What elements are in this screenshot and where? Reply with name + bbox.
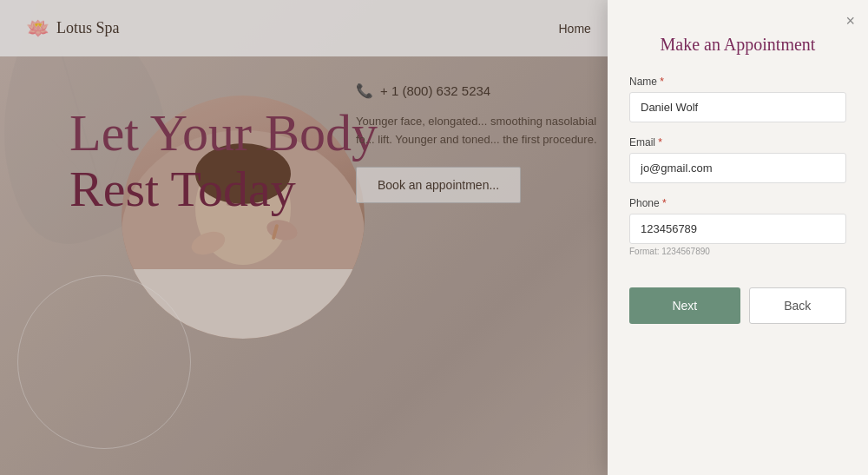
email-input[interactable] — [629, 153, 846, 183]
email-form-group: Email * — [629, 136, 846, 183]
modal-close-button[interactable]: × — [845, 13, 855, 29]
phone-label: Phone * — [629, 197, 846, 209]
name-input[interactable] — [629, 92, 846, 122]
modal-overlay — [0, 0, 608, 475]
email-label: Email * — [629, 136, 846, 148]
phone-form-group: Phone * Format: 1234567890 — [629, 197, 846, 256]
phone-required-marker: * — [662, 197, 667, 209]
name-label: Name * — [629, 76, 846, 88]
appointment-modal: × Make an Appointment Name * Email * Pho… — [608, 0, 868, 475]
name-form-group: Name * — [629, 76, 846, 122]
next-button[interactable]: Next — [629, 287, 740, 324]
email-required-marker: * — [658, 136, 662, 148]
form-button-row: Next Back — [629, 287, 846, 324]
modal-title: Make an Appointment — [629, 35, 846, 55]
phone-format-hint: Format: 1234567890 — [629, 247, 846, 256]
name-required-marker: * — [660, 76, 664, 88]
phone-input[interactable] — [629, 214, 846, 244]
back-button[interactable]: Back — [749, 287, 846, 324]
